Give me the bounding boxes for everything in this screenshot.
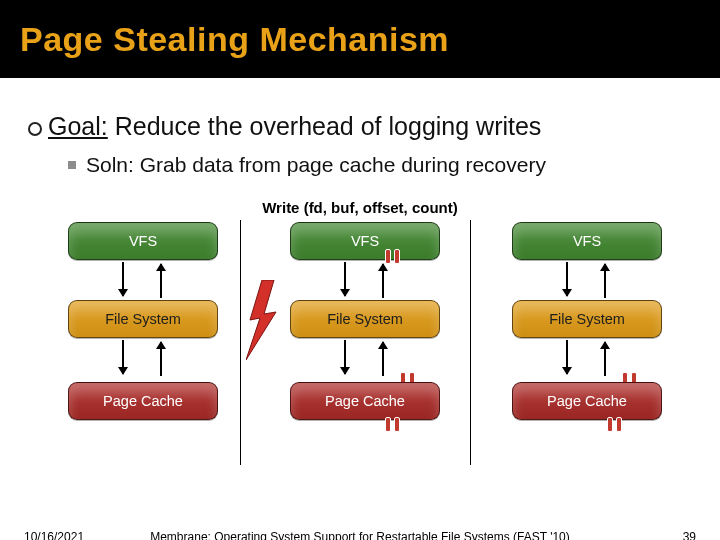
circle-bullet-icon (28, 122, 42, 136)
arrows-fs-pc (512, 338, 662, 378)
goal-line: Goal: Reduce the overhead of logging wri… (28, 112, 692, 141)
arrow-up-icon (160, 342, 162, 376)
svg-marker-0 (246, 280, 276, 360)
slide-number: 39 (683, 530, 696, 540)
goal-text: Reduce the overhead of logging writes (108, 112, 542, 140)
arrow-down-icon (122, 262, 124, 296)
divider-2 (470, 220, 471, 465)
vfs-box: VFS (290, 222, 440, 260)
arrow-down-icon (122, 340, 124, 374)
arrows-fs-pc (68, 338, 218, 378)
arrow-up-icon (160, 264, 162, 298)
slide-body: Goal: Reduce the overhead of logging wri… (0, 78, 720, 482)
arrow-down-icon (344, 340, 346, 374)
write-caption: Write (fd, buf, offset, count) (28, 199, 692, 216)
pagecache-box: Page Cache (68, 382, 218, 420)
arrow-down-icon (566, 340, 568, 374)
soln-text: Soln: Grab data from page cache during r… (86, 153, 546, 176)
arrow-up-icon (382, 342, 384, 376)
arrow-down-icon (344, 262, 346, 296)
filesystem-box: File System (68, 300, 218, 338)
arrows-vfs-fs (290, 260, 440, 300)
arrow-up-icon (604, 342, 606, 376)
arrow-down-icon (566, 262, 568, 296)
divider-1 (240, 220, 241, 465)
goal-label: Goal: (48, 112, 108, 140)
footer-caption: Membrane: Operating System Support for R… (0, 530, 720, 540)
arrows-fs-pc (290, 338, 440, 378)
soln-line: Soln: Grab data from page cache during r… (68, 153, 692, 177)
pause-icon (607, 417, 622, 432)
slide-title: Page Stealing Mechanism (20, 20, 449, 59)
arrows-vfs-fs (68, 260, 218, 300)
arrows-vfs-fs (512, 260, 662, 300)
title-bar: Page Stealing Mechanism (0, 0, 720, 78)
arrow-up-icon (604, 264, 606, 298)
vfs-box: VFS (68, 222, 218, 260)
diagram-stage: VFS File System Page Cache VFS File Syst… (28, 222, 692, 482)
crash-bolt-icon (246, 280, 280, 364)
arrow-up-icon (382, 264, 384, 298)
filesystem-box: File System (290, 300, 440, 338)
square-bullet-icon (68, 161, 76, 169)
pause-icon (385, 417, 400, 432)
filesystem-box: File System (512, 300, 662, 338)
pagecache-box: Page Cache (290, 382, 440, 420)
vfs-box: VFS (512, 222, 662, 260)
pagecache-box: Page Cache (512, 382, 662, 420)
